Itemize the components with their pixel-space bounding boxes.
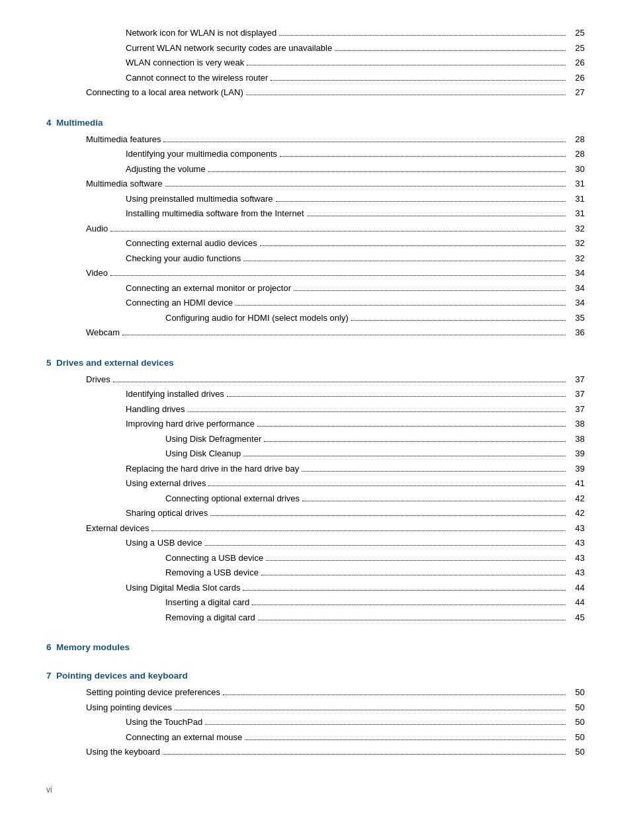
list-item: Connecting optional external drives 42 xyxy=(46,492,585,505)
list-item: Improving hard drive performance 38 xyxy=(46,417,585,431)
list-item: Configuring audio for HDMI (select model… xyxy=(46,312,585,325)
list-item: Connecting to a local area network (LAN)… xyxy=(46,86,585,99)
list-item: Setting pointing device preferences 50 xyxy=(46,686,585,699)
list-item: Connecting an external monitor or projec… xyxy=(46,282,585,295)
list-item: Connecting external audio devices 32 xyxy=(46,237,585,250)
chapter-heading-6: 6 Memory modules xyxy=(46,642,585,652)
list-item: Cannot connect to the wireless router 26 xyxy=(46,71,585,85)
list-item: Identifying installed drives 37 xyxy=(46,388,585,401)
list-item: WLAN connection is very weak 26 xyxy=(46,56,585,69)
list-item: Handling drives 37 xyxy=(46,403,585,416)
chapter-6: 6 Memory modules xyxy=(46,642,585,652)
list-item: Installing multimedia software from the … xyxy=(46,207,585,220)
list-item: Connecting an HDMI device 34 xyxy=(46,296,585,310)
top-entries: Network icon for WLAN is not displayed 2… xyxy=(46,26,585,99)
list-item: Multimedia software 31 xyxy=(46,177,585,190)
chapter-7: 7 Pointing devices and keyboard Setting … xyxy=(46,671,585,759)
list-item: Using a USB device 43 xyxy=(46,536,585,550)
list-item: Inserting a digital card 44 xyxy=(46,596,585,609)
list-item: Identifying your multimedia components 2… xyxy=(46,147,585,161)
list-item: Sharing optical drives 42 xyxy=(46,507,585,520)
list-item: Using pointing devices 50 xyxy=(46,701,585,714)
list-item: Removing a digital card 45 xyxy=(46,611,585,624)
list-item: External devices 43 xyxy=(46,522,585,535)
list-item: Video 34 xyxy=(46,267,585,280)
list-item: Using preinstalled multimedia software 3… xyxy=(46,192,585,206)
list-item: Using Disk Defragmenter 38 xyxy=(46,433,585,446)
list-item: Using the TouchPad 50 xyxy=(46,716,585,729)
list-item: Webcam 36 xyxy=(46,326,585,339)
list-item: Using Digital Media Slot cards 44 xyxy=(46,581,585,595)
list-item: Multimedia features 28 xyxy=(46,133,585,146)
list-item: Replacing the hard drive in the hard dri… xyxy=(46,462,585,476)
page-number: vi xyxy=(46,785,52,794)
list-item: Using the keyboard 50 xyxy=(46,745,585,759)
list-item: Adjusting the volume 30 xyxy=(46,163,585,176)
toc-container: Network icon for WLAN is not displayed 2… xyxy=(46,26,585,759)
list-item: Connecting an external mouse 50 xyxy=(46,731,585,744)
list-item: Current WLAN network security codes are … xyxy=(46,42,585,55)
list-item: Using Disk Cleanup 39 xyxy=(46,447,585,460)
chapter-heading-7: 7 Pointing devices and keyboard xyxy=(46,671,585,681)
list-item: Network icon for WLAN is not displayed 2… xyxy=(46,26,585,40)
chapter-heading-4: 4 Multimedia xyxy=(46,118,585,128)
list-item: Using external drives 41 xyxy=(46,477,585,490)
chapter-heading-5: 5 Drives and external devices xyxy=(46,358,585,368)
list-item: Checking your audio functions 32 xyxy=(46,252,585,265)
chapter-5: 5 Drives and external devices Drives 37 … xyxy=(46,358,585,624)
list-item: Drives 37 xyxy=(46,373,585,386)
chapter-4: 4 Multimedia Multimedia features 28 Iden… xyxy=(46,118,585,339)
list-item: Audio 32 xyxy=(46,222,585,235)
list-item: Removing a USB device 43 xyxy=(46,566,585,579)
list-item: Connecting a USB device 43 xyxy=(46,552,585,565)
page-footer: vi xyxy=(46,785,585,794)
